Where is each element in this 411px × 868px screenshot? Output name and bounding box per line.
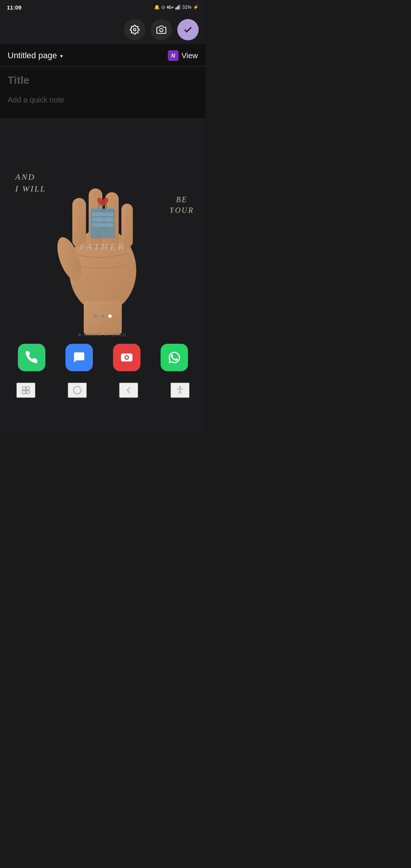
battery-icon: ⚡: [193, 5, 199, 10]
wallpaper-text-and-i-will: AND I WILL: [15, 171, 46, 195]
page-indicator-2: [101, 314, 105, 318]
note-body[interactable]: Title Add a quick note: [0, 67, 206, 110]
svg-rect-2: [178, 5, 179, 10]
svg-rect-3: [179, 5, 180, 10]
note-title-placeholder[interactable]: Title: [8, 74, 198, 86]
signal-icon: [175, 5, 181, 10]
svg-rect-34: [22, 387, 25, 390]
back-button[interactable]: [119, 383, 138, 398]
dock-app-screen-recorder[interactable]: [113, 344, 140, 371]
note-title: Untitled page: [8, 51, 57, 61]
recents-button[interactable]: [16, 383, 35, 398]
4g-icon: 4G+: [167, 5, 174, 10]
alarm-icon: 🔔: [154, 5, 160, 10]
camera-button[interactable]: [151, 19, 172, 40]
dock-app-whatsapp[interactable]: [161, 344, 188, 371]
svg-point-39: [179, 386, 181, 388]
brand-text: ⊛ SWORD & PENCIL: [78, 333, 127, 337]
svg-rect-38: [73, 386, 81, 394]
note-view-button[interactable]: N View: [168, 50, 198, 61]
note-content-placeholder[interactable]: Add a quick note: [8, 96, 198, 104]
note-panel: Untitled page ▾ N View Title Add a quick…: [0, 44, 206, 118]
confirm-button[interactable]: [177, 19, 199, 40]
status-time: 11:09: [7, 4, 21, 11]
svg-rect-1: [177, 6, 178, 10]
accessibility-button[interactable]: [170, 383, 190, 398]
svg-rect-27: [92, 223, 113, 227]
page-indicator-3: [108, 314, 112, 318]
svg-rect-0: [175, 8, 177, 10]
page-indicators: [94, 314, 112, 318]
dock-app-phone[interactable]: [18, 344, 45, 371]
svg-point-33: [126, 356, 128, 359]
svg-point-29: [78, 356, 80, 358]
wifi-icon: ⊙: [161, 5, 165, 10]
page-indicator-1: [94, 314, 97, 318]
dock: [0, 344, 206, 371]
svg-point-4: [134, 29, 136, 31]
svg-rect-12: [84, 301, 122, 335]
wallpaper-text-father: FATHER: [80, 242, 126, 252]
navigation-bar: [0, 375, 206, 434]
top-actions: [124, 19, 199, 40]
svg-rect-35: [26, 387, 29, 390]
wallpaper-text-be-your: BE YOUR: [170, 194, 194, 215]
onenote-icon: N: [168, 50, 178, 61]
svg-rect-26: [92, 218, 113, 222]
svg-rect-36: [22, 391, 25, 394]
view-label: View: [182, 51, 198, 60]
svg-point-28: [76, 356, 78, 358]
svg-point-30: [80, 356, 82, 358]
svg-point-5: [160, 29, 163, 32]
dock-app-messages[interactable]: [65, 344, 93, 371]
note-header: Untitled page ▾ N View: [0, 44, 206, 67]
settings-button[interactable]: [124, 19, 145, 40]
battery-text: 31%: [182, 5, 191, 10]
svg-rect-25: [92, 212, 113, 216]
note-title-selector[interactable]: Untitled page ▾: [8, 51, 63, 61]
status-icons: 🔔 ⊙ 4G+ 31% ⚡: [154, 5, 199, 10]
chevron-down-icon: ▾: [60, 53, 63, 59]
svg-rect-37: [26, 391, 29, 394]
status-bar: 11:09 🔔 ⊙ 4G+ 31% ⚡: [0, 0, 206, 14]
home-button[interactable]: [68, 383, 87, 398]
